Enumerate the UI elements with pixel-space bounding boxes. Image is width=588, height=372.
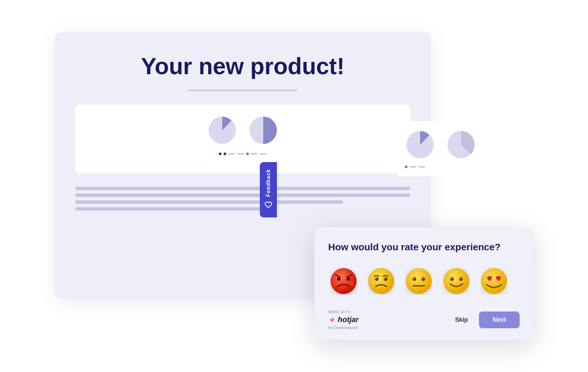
dot [246, 152, 249, 155]
skip-button[interactable]: Skip [450, 313, 473, 327]
dot [405, 165, 407, 168]
emoji-row [328, 266, 520, 296]
dot [219, 152, 222, 155]
pie-charts-left [207, 115, 279, 146]
product-title: Your new product! [141, 53, 345, 79]
made-with-label: MADE WITH [328, 310, 359, 314]
svg-point-16 [406, 268, 432, 294]
emoji-love-button[interactable] [479, 266, 509, 296]
emoji-angry-button[interactable] [328, 266, 359, 296]
by-contentsquare-label: by Contentsquare [328, 326, 359, 330]
pie-chart-4 [446, 129, 477, 160]
chart-card-left [75, 105, 410, 173]
dot-dash [237, 153, 244, 155]
svg-point-11 [368, 268, 394, 294]
emoji-neutral-button[interactable] [403, 266, 434, 296]
svg-point-17 [413, 277, 416, 281]
next-button[interactable]: Next [479, 311, 520, 328]
svg-point-8 [347, 277, 350, 281]
svg-point-12 [375, 277, 379, 281]
dot-dash [260, 153, 267, 155]
feedback-tab[interactable]: Feedback [260, 162, 277, 217]
svg-point-9 [333, 281, 338, 286]
hotjar-brand: MADE WITH hotjar by Contentsquare [328, 310, 359, 330]
survey-footer: MADE WITH hotjar by Contentsquare Skip N… [328, 310, 520, 330]
survey-card: How would you rate your experience? [315, 227, 533, 340]
svg-point-20 [422, 278, 423, 279]
svg-point-22 [443, 268, 469, 294]
emoji-happy-button[interactable] [441, 266, 472, 296]
dot-dash [410, 166, 416, 168]
svg-point-4 [331, 268, 357, 294]
dot-dash [251, 153, 258, 155]
svg-point-26 [459, 278, 461, 279]
footer-actions: Skip Next [450, 311, 520, 328]
dot-dash [418, 166, 425, 168]
emoji-sad-button[interactable] [366, 266, 397, 296]
divider [188, 90, 297, 91]
text-lines [75, 187, 410, 211]
scene: Your new product! [55, 32, 533, 340]
svg-point-25 [451, 278, 452, 279]
hotjar-logo-row: hotjar [328, 315, 359, 324]
pie-charts-right [405, 129, 484, 160]
svg-point-19 [413, 278, 414, 279]
dot-dash [228, 153, 235, 155]
text-line [75, 207, 276, 211]
svg-point-13 [384, 277, 388, 281]
svg-point-18 [422, 277, 425, 281]
svg-point-14 [375, 278, 377, 279]
feedback-icon [265, 201, 272, 211]
svg-point-10 [349, 281, 354, 286]
svg-point-27 [481, 268, 507, 294]
dots-row-1 [219, 152, 267, 155]
svg-point-23 [450, 277, 454, 281]
pie-chart-2 [248, 115, 279, 146]
text-line [75, 187, 410, 190]
text-line [75, 200, 343, 204]
hotjar-brand-name: hotjar [338, 315, 359, 324]
svg-point-24 [459, 277, 463, 281]
survey-question: How would you rate your experience? [328, 241, 520, 253]
dots-row-2 [405, 165, 484, 168]
text-line [75, 194, 410, 197]
svg-point-15 [384, 278, 386, 279]
hotjar-flame-icon [328, 316, 336, 323]
dot [224, 152, 226, 155]
pie-chart-1 [207, 115, 238, 146]
charts-row [75, 105, 410, 173]
feedback-tab-label: Feedback [265, 169, 271, 197]
pie-chart-3 [405, 129, 436, 160]
svg-point-7 [337, 277, 340, 281]
chart-card-right [397, 121, 492, 176]
